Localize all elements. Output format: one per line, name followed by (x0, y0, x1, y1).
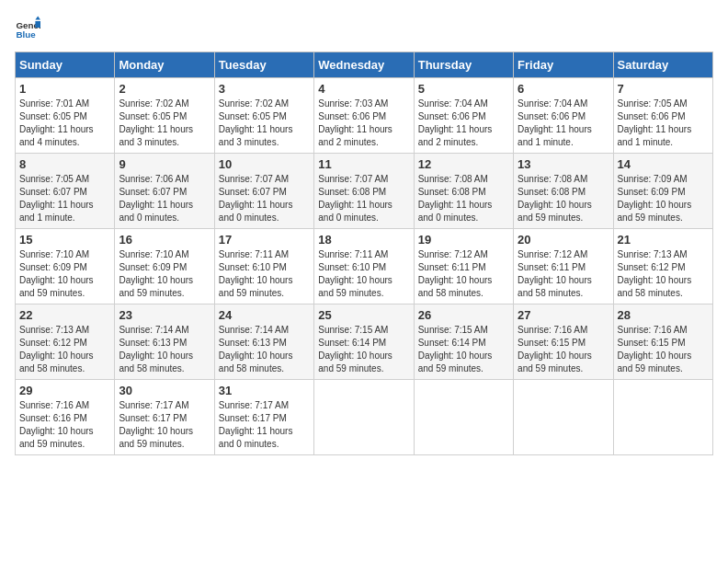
day-info: Sunrise: 7:17 AMSunset: 6:17 PMDaylight:… (119, 400, 193, 449)
calendar-cell: 30Sunrise: 7:17 AMSunset: 6:17 PMDayligh… (115, 380, 214, 455)
calendar-cell: 17Sunrise: 7:11 AMSunset: 6:10 PMDayligh… (214, 229, 313, 304)
calendar-cell: 24Sunrise: 7:14 AMSunset: 6:13 PMDayligh… (214, 304, 313, 380)
calendar-cell: 21Sunrise: 7:13 AMSunset: 6:12 PMDayligh… (613, 229, 712, 304)
calendar-cell: 8Sunrise: 7:05 AMSunset: 6:07 PMDaylight… (16, 154, 115, 229)
day-number: 13 (518, 157, 609, 171)
day-number: 24 (219, 308, 310, 322)
day-info: Sunrise: 7:02 AMSunset: 6:05 PMDaylight:… (119, 98, 193, 147)
calendar-week-3: 15Sunrise: 7:10 AMSunset: 6:09 PMDayligh… (16, 229, 713, 304)
calendar-cell: 5Sunrise: 7:04 AMSunset: 6:06 PMDaylight… (414, 78, 513, 154)
day-info: Sunrise: 7:02 AMSunset: 6:05 PMDaylight:… (219, 98, 293, 147)
calendar-cell: 6Sunrise: 7:04 AMSunset: 6:06 PMDaylight… (514, 78, 613, 154)
day-number: 31 (219, 384, 310, 397)
day-info: Sunrise: 7:05 AMSunset: 6:06 PMDaylight:… (618, 98, 692, 147)
day-info: Sunrise: 7:11 AMSunset: 6:10 PMDaylight:… (318, 249, 392, 298)
day-number: 17 (219, 233, 310, 247)
calendar-cell (314, 380, 414, 455)
day-number: 15 (19, 233, 110, 247)
day-number: 7 (618, 82, 709, 96)
calendar-cell: 18Sunrise: 7:11 AMSunset: 6:10 PMDayligh… (314, 229, 414, 304)
day-info: Sunrise: 7:07 AMSunset: 6:08 PMDaylight:… (318, 174, 392, 223)
day-number: 8 (19, 157, 110, 171)
day-number: 10 (219, 157, 310, 171)
svg-text:Blue: Blue (16, 29, 36, 40)
calendar-cell: 7Sunrise: 7:05 AMSunset: 6:06 PMDaylight… (613, 78, 712, 154)
day-number: 16 (119, 233, 210, 247)
calendar-cell: 22Sunrise: 7:13 AMSunset: 6:12 PMDayligh… (16, 304, 115, 380)
header-day-tuesday: Tuesday (214, 52, 313, 78)
calendar-week-2: 8Sunrise: 7:05 AMSunset: 6:07 PMDaylight… (16, 154, 713, 229)
calendar-cell (414, 380, 513, 455)
calendar-cell: 10Sunrise: 7:07 AMSunset: 6:07 PMDayligh… (214, 154, 313, 229)
day-info: Sunrise: 7:12 AMSunset: 6:11 PMDaylight:… (518, 249, 592, 298)
day-info: Sunrise: 7:08 AMSunset: 6:08 PMDaylight:… (418, 174, 493, 223)
day-info: Sunrise: 7:13 AMSunset: 6:12 PMDaylight:… (19, 325, 94, 373)
day-number: 3 (219, 82, 310, 96)
day-number: 20 (518, 233, 609, 247)
day-number: 21 (618, 233, 709, 247)
day-number: 22 (19, 308, 110, 322)
day-number: 26 (418, 308, 509, 322)
header-day-friday: Friday (514, 52, 613, 78)
day-info: Sunrise: 7:06 AMSunset: 6:07 PMDaylight:… (119, 174, 193, 223)
svg-marker-3 (35, 21, 40, 28)
day-info: Sunrise: 7:01 AMSunset: 6:05 PMDaylight:… (19, 98, 94, 147)
day-info: Sunrise: 7:04 AMSunset: 6:06 PMDaylight:… (518, 98, 592, 147)
day-number: 2 (119, 82, 210, 96)
day-number: 27 (518, 308, 609, 322)
calendar-cell: 27Sunrise: 7:16 AMSunset: 6:15 PMDayligh… (514, 304, 613, 380)
calendar-cell: 19Sunrise: 7:12 AMSunset: 6:11 PMDayligh… (414, 229, 513, 304)
day-info: Sunrise: 7:14 AMSunset: 6:13 PMDaylight:… (119, 325, 193, 373)
day-number: 11 (318, 157, 409, 171)
day-info: Sunrise: 7:03 AMSunset: 6:06 PMDaylight:… (318, 98, 392, 147)
day-info: Sunrise: 7:16 AMSunset: 6:15 PMDaylight:… (518, 325, 592, 373)
day-info: Sunrise: 7:14 AMSunset: 6:13 PMDaylight:… (219, 325, 293, 373)
day-number: 25 (318, 308, 409, 322)
page-header: General Blue (15, 15, 713, 40)
calendar-cell (514, 380, 613, 455)
header-day-saturday: Saturday (613, 52, 712, 78)
day-info: Sunrise: 7:10 AMSunset: 6:09 PMDaylight:… (119, 249, 193, 298)
day-info: Sunrise: 7:16 AMSunset: 6:16 PMDaylight:… (19, 400, 94, 449)
calendar-week-1: 1Sunrise: 7:01 AMSunset: 6:05 PMDaylight… (16, 78, 713, 154)
logo: General Blue (15, 15, 40, 40)
day-info: Sunrise: 7:12 AMSunset: 6:11 PMDaylight:… (418, 249, 493, 298)
calendar-cell: 29Sunrise: 7:16 AMSunset: 6:16 PMDayligh… (16, 380, 115, 455)
day-info: Sunrise: 7:13 AMSunset: 6:12 PMDaylight:… (618, 249, 692, 298)
header-row: SundayMondayTuesdayWednesdayThursdayFrid… (16, 52, 713, 78)
header-day-sunday: Sunday (16, 52, 115, 78)
calendar-cell: 4Sunrise: 7:03 AMSunset: 6:06 PMDaylight… (314, 78, 414, 154)
calendar-cell: 25Sunrise: 7:15 AMSunset: 6:14 PMDayligh… (314, 304, 414, 380)
day-info: Sunrise: 7:10 AMSunset: 6:09 PMDaylight:… (19, 249, 94, 298)
day-info: Sunrise: 7:15 AMSunset: 6:14 PMDaylight:… (418, 325, 493, 373)
calendar-week-5: 29Sunrise: 7:16 AMSunset: 6:16 PMDayligh… (16, 380, 713, 455)
logo-icon: General Blue (15, 15, 40, 40)
calendar-cell: 14Sunrise: 7:09 AMSunset: 6:09 PMDayligh… (613, 154, 712, 229)
header-day-wednesday: Wednesday (314, 52, 414, 78)
calendar-cell: 1Sunrise: 7:01 AMSunset: 6:05 PMDaylight… (16, 78, 115, 154)
day-number: 23 (119, 308, 210, 322)
calendar-week-4: 22Sunrise: 7:13 AMSunset: 6:12 PMDayligh… (16, 304, 713, 380)
calendar-cell: 28Sunrise: 7:16 AMSunset: 6:15 PMDayligh… (613, 304, 712, 380)
day-number: 9 (119, 157, 210, 171)
calendar-cell: 2Sunrise: 7:02 AMSunset: 6:05 PMDaylight… (115, 78, 214, 154)
calendar-cell: 23Sunrise: 7:14 AMSunset: 6:13 PMDayligh… (115, 304, 214, 380)
day-number: 4 (318, 82, 409, 96)
calendar-cell: 15Sunrise: 7:10 AMSunset: 6:09 PMDayligh… (16, 229, 115, 304)
calendar-cell: 16Sunrise: 7:10 AMSunset: 6:09 PMDayligh… (115, 229, 214, 304)
day-number: 5 (418, 82, 509, 96)
svg-marker-2 (35, 16, 40, 19)
header-day-thursday: Thursday (414, 52, 513, 78)
day-number: 18 (318, 233, 409, 247)
day-info: Sunrise: 7:11 AMSunset: 6:10 PMDaylight:… (219, 249, 293, 298)
day-info: Sunrise: 7:08 AMSunset: 6:08 PMDaylight:… (518, 174, 592, 223)
day-number: 12 (418, 157, 509, 171)
calendar-cell: 9Sunrise: 7:06 AMSunset: 6:07 PMDaylight… (115, 154, 214, 229)
day-info: Sunrise: 7:05 AMSunset: 6:07 PMDaylight:… (19, 174, 94, 223)
day-number: 19 (418, 233, 509, 247)
day-info: Sunrise: 7:16 AMSunset: 6:15 PMDaylight:… (618, 325, 692, 373)
day-number: 30 (119, 384, 210, 397)
calendar-cell: 12Sunrise: 7:08 AMSunset: 6:08 PMDayligh… (414, 154, 513, 229)
header-day-monday: Monday (115, 52, 214, 78)
day-info: Sunrise: 7:04 AMSunset: 6:06 PMDaylight:… (418, 98, 493, 147)
